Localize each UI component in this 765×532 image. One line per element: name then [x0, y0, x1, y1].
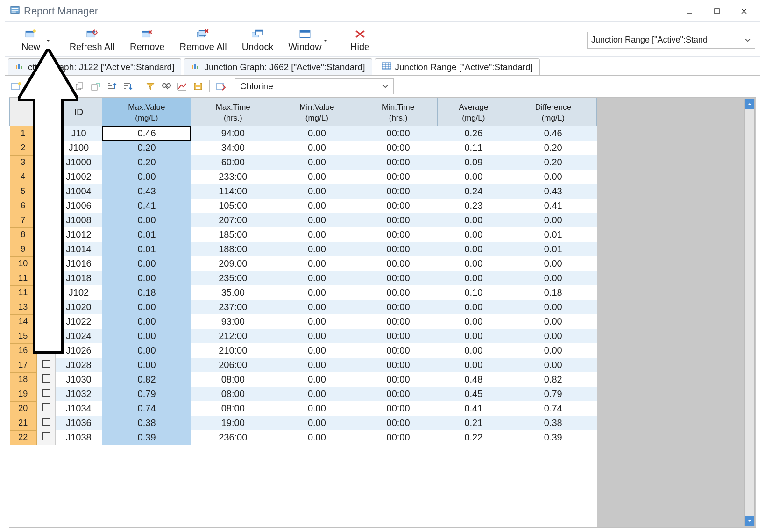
- row-checkbox[interactable]: [37, 170, 56, 184]
- cell-min-time[interactable]: 00:00: [359, 314, 437, 329]
- row-checkbox[interactable]: [37, 213, 56, 227]
- new-table-icon[interactable]: [9, 79, 24, 93]
- row-number[interactable]: 4: [10, 170, 37, 184]
- row-number[interactable]: 11: [10, 271, 37, 285]
- cell-max-time[interactable]: 93:00: [191, 314, 275, 329]
- row-number[interactable]: 3: [10, 155, 37, 170]
- table-row[interactable]: 2J1000.2034:000.0000:000.110.20: [10, 141, 597, 155]
- cell-average[interactable]: 0.21: [438, 416, 510, 430]
- cell-id[interactable]: J1016: [56, 256, 102, 271]
- font-icon[interactable]: A: [57, 79, 71, 93]
- table-row[interactable]: 3J10000.2060:000.0000:000.090.20: [10, 155, 597, 170]
- cell-average[interactable]: 0.10: [438, 285, 510, 300]
- row-checkbox[interactable]: [37, 416, 56, 430]
- row-checkbox[interactable]: [37, 155, 56, 170]
- cell-max-time[interactable]: 60:00: [191, 155, 275, 170]
- vertical-scrollbar[interactable]: [744, 99, 755, 526]
- cell-max-value[interactable]: 0.01: [102, 227, 191, 242]
- cell-id[interactable]: J1032: [56, 387, 102, 401]
- cell-min-time[interactable]: 00:00: [359, 170, 437, 184]
- tab-junction-range[interactable]: Junction Range ["Active":Standard]: [375, 58, 540, 75]
- cell-min-value[interactable]: 0.00: [275, 199, 359, 213]
- cell-min-value[interactable]: 0.00: [275, 387, 359, 401]
- dropdown-caret-icon[interactable]: [323, 35, 328, 46]
- table-row[interactable]: 14J10220.0093:000.0000:000.000.00: [10, 314, 597, 329]
- filter-icon[interactable]: [143, 79, 158, 93]
- table-row[interactable]: 11J1020.1835:000.0000:000.100.18: [10, 285, 597, 300]
- sort-asc-icon[interactable]: [104, 79, 119, 93]
- row-number[interactable]: 21: [10, 416, 37, 430]
- close-button[interactable]: [731, 2, 757, 20]
- row-checkbox[interactable]: [37, 126, 56, 141]
- cell-max-time[interactable]: 209:00: [191, 256, 275, 271]
- cell-average[interactable]: 0.00: [438, 358, 510, 372]
- row-number[interactable]: 19: [10, 387, 37, 401]
- remove-all-button[interactable]: Remove All: [172, 27, 234, 53]
- table-row[interactable]: 8J10120.01185:000.0000:000.000.01: [10, 227, 597, 242]
- cell-min-time[interactable]: 00:00: [359, 271, 437, 285]
- row-number[interactable]: 16: [10, 343, 37, 358]
- cell-min-value[interactable]: 0.00: [275, 343, 359, 358]
- cell-average[interactable]: 0.11: [438, 141, 510, 155]
- row-checkbox[interactable]: [37, 430, 56, 445]
- row-checkbox[interactable]: [37, 329, 56, 343]
- cell-max-time[interactable]: 08:00: [191, 401, 275, 416]
- find-icon[interactable]: [159, 79, 174, 93]
- cell-difference[interactable]: 0.20: [510, 155, 596, 170]
- sort-desc-icon[interactable]: [120, 79, 135, 93]
- tab-junction-graph-j122[interactable]: ction Graph: J122 ["Active":Standard]: [8, 58, 181, 75]
- edit-table-icon[interactable]: [25, 79, 40, 93]
- cell-min-time[interactable]: 00:00: [359, 343, 437, 358]
- cell-difference[interactable]: 0.41: [510, 199, 596, 213]
- cell-difference[interactable]: 0.20: [510, 141, 596, 155]
- cell-average[interactable]: 0.48: [438, 372, 510, 387]
- cell-difference[interactable]: 0.01: [510, 227, 596, 242]
- cell-difference[interactable]: 0.43: [510, 184, 596, 199]
- cell-max-value[interactable]: 0.79: [102, 387, 191, 401]
- table-row[interactable]: 21J10360.3819:000.0000:000.210.38: [10, 416, 597, 430]
- row-number[interactable]: 15: [10, 329, 37, 343]
- cell-min-value[interactable]: 0.00: [275, 358, 359, 372]
- cell-min-time[interactable]: 00:00: [359, 329, 437, 343]
- cell-max-time[interactable]: 188:00: [191, 242, 275, 256]
- cell-difference[interactable]: 0.46: [510, 126, 596, 141]
- cell-max-value[interactable]: 0.74: [102, 401, 191, 416]
- cell-average[interactable]: 0.09: [438, 155, 510, 170]
- row-number[interactable]: 2: [10, 141, 37, 155]
- cell-max-time[interactable]: 34:00: [191, 141, 275, 155]
- cell-max-time[interactable]: 185:00: [191, 227, 275, 242]
- cell-id[interactable]: J1014: [56, 242, 102, 256]
- cell-max-time[interactable]: 207:00: [191, 213, 275, 227]
- cell-average[interactable]: 0.00: [438, 329, 510, 343]
- table-row[interactable]: 5J10040.43114:000.0000:000.240.43: [10, 184, 597, 199]
- row-checkbox[interactable]: [37, 242, 56, 256]
- header-rownum[interactable]: [10, 98, 37, 126]
- cell-difference[interactable]: 0.00: [510, 358, 596, 372]
- row-number[interactable]: 7: [10, 213, 37, 227]
- line-chart-icon[interactable]: [175, 79, 190, 93]
- table-row[interactable]: 10J10160.00209:000.0000:000.000.00: [10, 256, 597, 271]
- row-checkbox[interactable]: [37, 387, 56, 401]
- save-icon[interactable]: [191, 79, 205, 93]
- maximize-button[interactable]: [704, 2, 730, 20]
- parameter-combo[interactable]: Chlorine: [235, 78, 394, 94]
- row-checkbox[interactable]: [37, 343, 56, 358]
- row-checkbox[interactable]: [37, 314, 56, 329]
- cell-id[interactable]: J102: [56, 285, 102, 300]
- cell-id[interactable]: J1038: [56, 430, 102, 445]
- header-max-value[interactable]: Max.Value(mg/L): [102, 98, 191, 126]
- cell-id[interactable]: J1008: [56, 213, 102, 227]
- cell-max-value[interactable]: 0.01: [102, 242, 191, 256]
- cell-difference[interactable]: 0.01: [510, 242, 596, 256]
- row-checkbox[interactable]: [37, 271, 56, 285]
- cell-max-value[interactable]: 0.00: [102, 213, 191, 227]
- cell-max-value[interactable]: 0.20: [102, 141, 191, 155]
- cell-id[interactable]: J10: [56, 126, 102, 141]
- cell-min-time[interactable]: 00:00: [359, 256, 437, 271]
- cell-max-time[interactable]: 233:00: [191, 170, 275, 184]
- row-number[interactable]: 1: [10, 126, 37, 141]
- cell-min-value[interactable]: 0.00: [275, 271, 359, 285]
- cell-min-time[interactable]: 00:00: [359, 126, 437, 141]
- cell-id[interactable]: J1024: [56, 329, 102, 343]
- row-number[interactable]: 14: [10, 314, 37, 329]
